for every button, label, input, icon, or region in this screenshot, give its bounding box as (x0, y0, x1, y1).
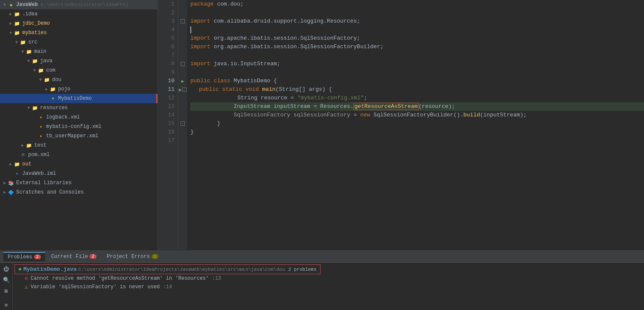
tree-item-javaweb[interactable]: ▼ ◆ JavaWeb C:\Users\Administrator\IdeaP… (0, 0, 157, 9)
tab-current-file-badge: 2 (90, 254, 96, 259)
tree-label-idea: .idea (22, 11, 38, 17)
tree-item-idea[interactable]: ▶ 📁 .idea (0, 9, 157, 19)
line-num-6: 6 (158, 43, 178, 51)
tab-problems[interactable]: Problems 2 (3, 252, 45, 261)
project-icon: ◆ (8, 1, 15, 8)
gutter-8: - (178, 60, 187, 68)
gutter-12 (178, 94, 187, 102)
tree-item-mybatis-config[interactable]: 🔸 mybatis-config.xml (0, 122, 157, 131)
tree-label-mybatis-config: mybatis-config.xml (46, 124, 102, 130)
code-line-13: InputStream inputStream = Resources.getR… (190, 102, 644, 111)
folder-icon-pojo: 📁 (50, 86, 56, 93)
run-btn-10[interactable]: ▶ (181, 78, 184, 84)
problem-file-row[interactable]: ● MybatisDemo.java C:\Users\Administrato… (15, 264, 321, 274)
toolbar-btn-search[interactable]: 🔍 (2, 275, 11, 285)
fold-btn-11[interactable]: - (182, 87, 186, 92)
tree-item-out[interactable]: ▶ 📁 out (0, 159, 157, 169)
folder-icon-java: 📁 (32, 58, 38, 64)
tree-item-main[interactable]: ▼ 📁 main (0, 47, 157, 56)
tree-item-mybatisdemo[interactable]: ● MybatisDemo (0, 94, 157, 103)
tab-current-file[interactable]: Current File 2 (47, 252, 101, 261)
tree-item-java[interactable]: ▼ 📁 java (0, 56, 157, 66)
code-lines[interactable]: package com.dou; import com.alibaba.drui… (187, 0, 644, 250)
code-line-9 (190, 68, 644, 77)
code-line-3: import com.alibaba.druid.support.logging… (190, 17, 644, 26)
gutter-17 (178, 136, 187, 145)
tree-label-main: main (34, 49, 47, 55)
tree-label-java: java (40, 58, 52, 64)
tab-problems-badge: 2 (34, 255, 41, 259)
tree-item-scratches[interactable]: ▶ 🔷 Scratches and Consoles (0, 188, 157, 197)
tree-label-scratches: Scratches and Consoles (16, 189, 84, 195)
line-gutter: - - ▶ ▶ - - (178, 0, 187, 250)
folder-icon-out: 📁 (14, 161, 20, 168)
code-line-5: import org.apache.ibatis.session.SqlSess… (190, 34, 644, 43)
arrow-pojo: ▶ (44, 86, 50, 92)
toolbar-btn-sort[interactable]: ≡ (2, 301, 11, 310)
arrow-test: ▶ (20, 142, 26, 148)
tree-item-pojo[interactable]: ▶ 📁 pojo (0, 84, 157, 94)
tab-project-errors[interactable]: Project Errors 1 (102, 252, 163, 261)
arrow-mybaties: ▼ (8, 30, 14, 36)
toolbar-btn-power[interactable]: ⏻ (2, 264, 11, 274)
line-num-3: 3 (158, 17, 178, 26)
tree-item-logback[interactable]: 🔸 logback.xml (0, 113, 157, 122)
toolbar-btn-layout[interactable]: ⊞ (2, 287, 11, 296)
code-line-12: String resource = "mybatis-config.xml"; (190, 94, 644, 102)
arrow-out: ▶ (8, 161, 14, 167)
code-line-1: package com.dou; (190, 0, 644, 9)
run-btn-11[interactable]: ▶ (179, 87, 182, 93)
fold-btn-15[interactable]: - (181, 122, 185, 126)
tree-item-tb-mapper[interactable]: 🔸 tb_userMapper.xml (0, 131, 157, 141)
problem-item-1[interactable]: ⊘ Cannot resolve method 'getResourceAsSt… (15, 274, 642, 283)
gutter-11[interactable]: ▶ - (178, 85, 187, 94)
line-num-16: 16 (158, 128, 178, 136)
bottom-toolbar: ⏻ 🔍 ⊞ ≡ (0, 263, 13, 310)
tree-item-test[interactable]: ▶ 📁 test (0, 141, 157, 150)
tree-label-mybatisdemo: MybatisDemo (58, 96, 92, 101)
line-num-9: 9 (158, 68, 178, 77)
tree-item-mybaties[interactable]: ▼ 📁 mybaties (0, 28, 157, 38)
tree-item-src[interactable]: ▼ 📁 src (0, 38, 157, 47)
xml-icon-logback: 🔸 (38, 114, 44, 121)
code-line-15: } (190, 119, 644, 128)
gutter-16 (178, 128, 187, 136)
bottom-panel: Problems 2 Current File 2 Project Errors… (0, 250, 644, 310)
gutter-10[interactable]: ▶ (178, 77, 187, 85)
tree-item-resources[interactable]: ▼ 📁 resources (0, 103, 157, 113)
tree-label-external-libs: External Libraries (16, 180, 72, 186)
tab-problems-label: Problems (8, 254, 32, 260)
tree-label-pom: pom.xml (28, 152, 50, 158)
tab-project-errors-badge: 1 (152, 254, 158, 259)
problem-item-2[interactable]: ⚠ Variable 'sqlSessionFactory' is never … (15, 283, 642, 291)
arrow-jdbc: ▶ (8, 20, 14, 26)
bottom-tabs: Problems 2 Current File 2 Project Errors… (0, 251, 644, 263)
gutter-1 (178, 0, 187, 9)
arrow-scratches: ▶ (2, 189, 8, 195)
tree-label-jdbc: jdbc_Demo (22, 20, 50, 26)
line-num-5: 5 (158, 34, 178, 43)
file-run-icon: ● (18, 266, 22, 272)
code-line-4 (190, 26, 644, 34)
tree-item-pom[interactable]: m pom.xml (0, 150, 157, 159)
arrow-src: ▼ (14, 39, 20, 45)
fold-btn-8[interactable]: - (181, 62, 185, 66)
tree-item-jdbc[interactable]: ▶ 📁 jdbc_Demo (0, 19, 157, 28)
folder-icon-resources: 📁 (32, 104, 38, 111)
tree-label-resources: resources (40, 105, 68, 111)
folder-icon-mybaties: 📁 (14, 29, 20, 36)
gutter-9 (178, 68, 187, 77)
arrow-javaweb: ▼ (2, 2, 8, 8)
tree-item-dou[interactable]: ▼ 📁 dou (0, 75, 157, 84)
gutter-5 (178, 34, 187, 43)
line-num-10: 10 (158, 77, 178, 85)
problem-count: 2 problems (288, 267, 317, 272)
problem-filepath: C:\Users\Administrator\IdeaProjects\Java… (79, 267, 245, 272)
project-tree[interactable]: ▼ ◆ JavaWeb C:\Users\Administrator\IdeaP… (0, 0, 158, 250)
line-num-15: 15 (158, 119, 178, 128)
tree-item-com[interactable]: ▼ 📁 com (0, 66, 157, 75)
fold-btn-3[interactable]: - (181, 19, 185, 23)
pom-icon: m (20, 151, 26, 158)
tree-item-external-libs[interactable]: ▶ 📚 External Libraries (0, 178, 157, 188)
tree-item-iml[interactable]: 🔹 JavaWeb.iml (0, 169, 157, 178)
